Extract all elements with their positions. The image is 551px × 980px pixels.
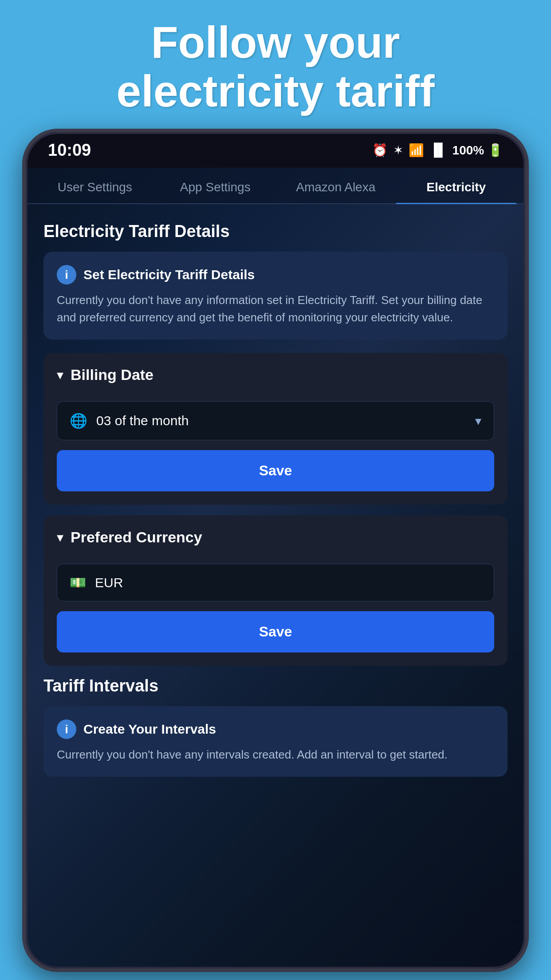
electricity-section-heading: Electricity Tariff Details xyxy=(43,222,508,241)
tabs-container: User Settings App Settings Amazon Alexa … xyxy=(26,168,525,204)
alarm-icon: ⏰ xyxy=(372,143,388,158)
billing-date-save-button[interactable]: Save xyxy=(57,450,494,491)
preferred-currency-title: Prefered Currency xyxy=(71,529,202,546)
info-card-title: Set Electricity Tariff Details xyxy=(83,267,255,282)
globe-icon: 🌐 xyxy=(70,412,87,429)
billing-date-header[interactable]: ▾ Billing Date xyxy=(43,353,508,397)
preferred-currency-chevron-icon: ▾ xyxy=(57,530,63,545)
bluetooth-icon: ✶ xyxy=(393,143,403,158)
billing-date-dropdown[interactable]: 🌐 03 of the month ▾ xyxy=(57,401,494,440)
tab-user-settings[interactable]: User Settings xyxy=(35,168,155,203)
wifi-icon: 📶 xyxy=(409,143,424,158)
app-header: Follow your electricity tariff xyxy=(0,0,551,129)
billing-date-title: Billing Date xyxy=(71,366,153,383)
header-title-line1: Follow your xyxy=(151,17,400,67)
tariff-intervals-section: Tariff Intervals i Create Your Intervals… xyxy=(43,676,508,777)
tab-electricity[interactable]: Electricity xyxy=(396,168,517,203)
tariff-intervals-title: Create Your Intervals xyxy=(83,722,216,737)
tariff-intervals-info-header: i Create Your Intervals xyxy=(57,719,494,739)
tab-amazon-alexa-label: Amazon Alexa xyxy=(296,180,375,194)
currency-icon: 💵 xyxy=(70,575,86,590)
notch xyxy=(262,132,289,143)
status-time: 10:09 xyxy=(48,141,91,160)
header-title: Follow your electricity tariff xyxy=(27,18,524,115)
info-icon: i xyxy=(57,265,76,285)
dropdown-chevron-icon: ▾ xyxy=(475,414,481,428)
info-card-header: i Set Electricity Tariff Details xyxy=(57,265,494,285)
status-bar: 10:09 ⏰ ✶ 📶 ▐▌ 100% 🔋 xyxy=(26,132,525,168)
tab-amazon-alexa[interactable]: Amazon Alexa xyxy=(276,168,396,203)
preferred-currency-body: 💵 EUR Save xyxy=(43,559,508,666)
info-card-body: Currently you don't have any information… xyxy=(57,292,494,326)
tariff-info-icon: i xyxy=(57,719,76,739)
billing-date-chevron-icon: ▾ xyxy=(57,367,63,383)
billing-date-body: 🌐 03 of the month ▾ Save xyxy=(43,397,508,505)
content-scroll[interactable]: Electricity Tariff Details i Set Electri… xyxy=(26,204,525,934)
billing-date-value: 03 of the month xyxy=(96,413,189,428)
header-title-line2: electricity tariff xyxy=(117,66,435,116)
phone-background: User Settings App Settings Amazon Alexa … xyxy=(26,168,525,968)
billing-date-section: ▾ Billing Date 🌐 03 of the month ▾ Save xyxy=(43,353,508,505)
currency-value: EUR xyxy=(95,575,123,590)
currency-save-button[interactable]: Save xyxy=(57,611,494,652)
currency-input-field[interactable]: 💵 EUR xyxy=(57,564,494,601)
tariff-intervals-body: Currently you don't have any intervals c… xyxy=(57,746,494,763)
tab-user-settings-label: User Settings xyxy=(58,180,132,194)
battery-icon: 🔋 xyxy=(488,143,503,157)
preferred-currency-header[interactable]: ▾ Prefered Currency xyxy=(43,515,508,559)
tariff-intervals-info-card: i Create Your Intervals Currently you do… xyxy=(43,706,508,777)
battery-indicator: 100% 🔋 xyxy=(453,143,503,158)
signal-icon: ▐▌ xyxy=(429,143,447,157)
tariff-intervals-heading: Tariff Intervals xyxy=(43,676,508,695)
tab-electricity-label: Electricity xyxy=(426,180,486,194)
tab-app-settings-label: App Settings xyxy=(180,180,251,194)
preferred-currency-section: ▾ Prefered Currency 💵 EUR Save xyxy=(43,515,508,666)
battery-percent: 100% xyxy=(453,143,484,157)
phone-frame: 10:09 ⏰ ✶ 📶 ▐▌ 100% 🔋 User Settings App … xyxy=(22,129,529,972)
billing-date-select-left: 🌐 03 of the month xyxy=(70,412,189,429)
tab-app-settings[interactable]: App Settings xyxy=(155,168,276,203)
status-icons: ⏰ ✶ 📶 ▐▌ 100% 🔋 xyxy=(372,143,503,158)
tariff-info-card: i Set Electricity Tariff Details Current… xyxy=(43,252,508,340)
